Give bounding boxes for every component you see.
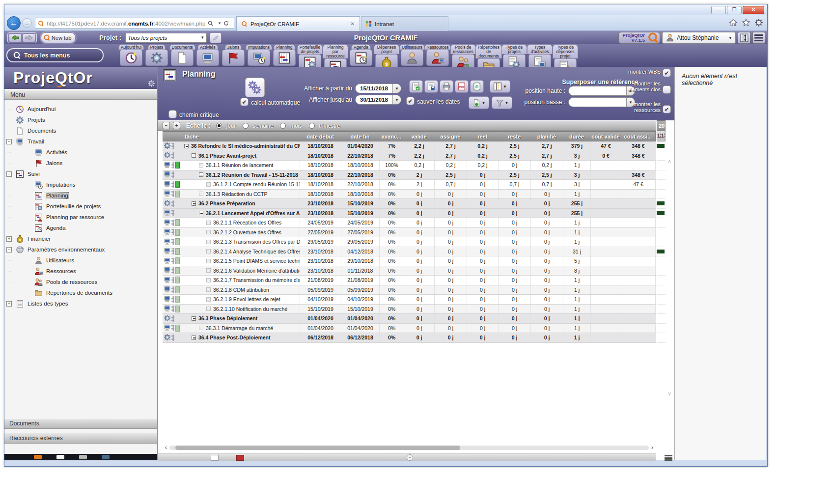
filter-button[interactable]: ▼ — [492, 96, 512, 109]
toolbar-item-button[interactable] — [273, 50, 296, 66]
task-row-36-2-1-8[interactable]: 36.2.1.8 CDM attribution05/09/201905/09/… — [163, 285, 656, 295]
column-header[interactable]: reste — [498, 134, 530, 140]
task-row-36-2-1-3[interactable]: 36.2.1.3 Transmision des Offres par DIAM… — [163, 237, 656, 247]
column-header[interactable]: date fin — [341, 134, 379, 140]
column-header[interactable]: planifié — [530, 134, 563, 140]
sidebar-item-ressources[interactable]: ····Ressources — [4, 266, 157, 277]
app-back-button[interactable] — [9, 33, 22, 42]
row-collapse-toggle[interactable] — [199, 211, 203, 215]
tab-intranet[interactable]: Intranet — [361, 16, 448, 31]
show-closed-checkbox[interactable] — [663, 85, 671, 94]
sidebar-item-listes-des-types[interactable]: +Listes des types — [4, 298, 157, 309]
task-row-36-2-1-5[interactable]: 36.2.1.5 Point DIAMS et service techniqu… — [163, 256, 656, 266]
sidebar-item-jalons[interactable]: ····Jalons — [4, 158, 157, 168]
toolbar-item-button[interactable] — [120, 50, 142, 66]
drag-handle-icon[interactable] — [171, 200, 174, 207]
horizontal-scrollbar[interactable]: ‹ › — [163, 444, 656, 451]
task-row-36-3[interactable]: 36.3 Phase Déploiement01/04/202001/04/20… — [163, 314, 656, 324]
zoom-in-button[interactable]: + — [173, 122, 180, 129]
sidebar-item-suivi[interactable]: −Suivi — [4, 168, 157, 179]
task-row-36-1-2-1[interactable]: 36.1.2.1 Compte-rendu Réunion 15-11-2018… — [163, 180, 656, 190]
drag-handle-icon[interactable] — [171, 258, 174, 264]
drag-handle-icon[interactable] — [171, 171, 174, 178]
toolbar-item-button[interactable] — [171, 50, 194, 66]
critical-path-checkbox[interactable] — [168, 110, 177, 118]
column-header[interactable]: tâche — [163, 134, 300, 140]
task-row-36-2-1-4[interactable]: 36.2.1.4 Analyse Technique des Offres23/… — [163, 247, 656, 257]
search-caret-icon[interactable]: ▼ — [218, 21, 222, 26]
app-forward-button[interactable] — [23, 33, 35, 42]
scrollbar-thumb[interactable] — [175, 446, 460, 450]
footer-icon-gray[interactable] — [79, 455, 87, 459]
task-row-36-1-1[interactable]: 36.1.1 Réunion de lancement18/10/201818/… — [163, 161, 656, 170]
recalculate-button[interactable] — [245, 78, 265, 97]
collapse-toggle[interactable]: − — [6, 139, 12, 144]
collapse-toggle[interactable]: − — [6, 171, 12, 177]
sidebar-item-portefeuille-de-projets[interactable]: ····Portefeuille de projets — [4, 201, 157, 212]
footer-icon-blue[interactable] — [102, 455, 110, 459]
footer-white-icon[interactable] — [211, 455, 219, 461]
user-menu-button[interactable]: Attou Stéphanie ▼ — [662, 32, 736, 44]
sidebar-item-imputations[interactable]: ····Imputations — [4, 179, 157, 190]
sidebar-shortcuts-bar[interactable]: Raccourcis externes — [4, 433, 157, 444]
footer-icon-orange[interactable] — [34, 455, 42, 459]
sidebar-item-planning[interactable]: ····Planning — [4, 190, 157, 201]
drag-handle-icon[interactable] — [171, 267, 174, 274]
task-row-36-3-1[interactable]: 36.3.1 Démarrage du marché01/04/202001/0… — [163, 324, 656, 334]
sidebar-item-utilisateurs[interactable]: ····Utilisateurs — [4, 255, 157, 266]
sidebar-documents-bar[interactable]: Documents — [4, 418, 157, 429]
scale-radio-mois[interactable] — [280, 123, 286, 129]
new-tab-button[interactable]: New tab — [41, 32, 76, 43]
url-text[interactable]: http://l417501pdev17.dev.cramif.cnamts.f… — [47, 21, 207, 27]
row-collapse-toggle[interactable] — [192, 336, 196, 340]
sidebar-item-activit-s[interactable]: ····Activités — [4, 147, 157, 158]
browser-forward-button[interactable]: → — [22, 18, 32, 28]
toolbar-item-button[interactable] — [222, 50, 245, 66]
vertical-scrollbar[interactable]: ∧∨ — [666, 131, 674, 406]
scale-radio-trimestre[interactable] — [309, 123, 315, 129]
row-collapse-toggle[interactable] — [192, 153, 196, 158]
task-row-36-1-2[interactable]: 36.1.2 Réunion de Travail - 15-11-201818… — [163, 170, 656, 180]
task-row-36-2-1-7[interactable]: 36.2.1.7 Transmission du mémoire d'attri… — [163, 276, 656, 285]
to-date-select[interactable]: 30/11/2018▼ — [355, 95, 401, 105]
show-wbs-checkbox[interactable] — [663, 69, 671, 77]
drag-handle-icon[interactable] — [171, 315, 174, 322]
drag-handle-icon[interactable] — [171, 191, 174, 197]
resize-panels-button[interactable] — [738, 32, 750, 44]
drag-handle-icon[interactable] — [171, 143, 174, 149]
chevron-down-icon[interactable]: ▼ — [392, 84, 401, 93]
gantt-bar[interactable] — [657, 201, 665, 205]
row-collapse-toggle[interactable] — [184, 144, 189, 148]
task-row-36-2[interactable]: 36.2 Phase Préparation23/10/201815/10/20… — [163, 199, 656, 209]
collapse-handle[interactable] — [407, 454, 413, 461]
task-row-36-1[interactable]: 36.1 Phase Avant-projet18/10/201822/10/2… — [163, 151, 656, 161]
window-titlebar[interactable]: — ❐ ✕ — [4, 4, 767, 15]
row-collapse-toggle[interactable] — [192, 316, 196, 321]
column-header[interactable]: assigné — [434, 134, 467, 140]
column-header[interactable]: date début — [300, 134, 341, 140]
chevron-down-icon[interactable]: ▼ — [392, 95, 401, 104]
save-list-button[interactable] — [424, 80, 438, 93]
task-row-36-2-1-10[interactable]: 36.2.1.10 Notification du marché15/10/20… — [163, 305, 656, 314]
all-menus-button[interactable]: Tous les menus — [6, 48, 104, 62]
task-row-36-2-1-6[interactable]: 36.2.1.6 Validation Mémoire d'attributio… — [163, 266, 656, 276]
zoom-out-button[interactable]: − — [163, 122, 170, 129]
footer-icon-white[interactable] — [56, 455, 64, 459]
drag-handle-icon[interactable] — [171, 162, 174, 168]
task-row-36[interactable]: 36 Refondre le SI médico-administratif d… — [163, 141, 656, 151]
task-row-36-1-3[interactable]: 36.1.3 Rédaction du CCTP18/10/201818/10/… — [163, 190, 656, 199]
scroll-right-icon[interactable]: › — [649, 444, 656, 451]
grid-menu-icon[interactable] — [665, 455, 672, 461]
scroll-left-icon[interactable]: ‹ — [163, 444, 169, 451]
sidebar-item-agenda[interactable]: ····Agenda — [4, 223, 157, 233]
sidebar-item-documents[interactable]: ····Documents — [4, 125, 157, 136]
home-icon[interactable] — [729, 18, 738, 27]
sidebar-item-param-tres-environnementaux[interactable]: −Paramètres environnementaux — [4, 244, 157, 255]
save-dates-checkbox[interactable] — [406, 97, 415, 105]
sidebar-item-aujourd-hui[interactable]: ····Aujourd'hui — [4, 104, 157, 114]
search-icon[interactable] — [207, 20, 214, 27]
project-select[interactable]: Tous les projets ▼ — [125, 33, 207, 43]
row-collapse-toggle[interactable] — [192, 201, 196, 206]
sidebar-gear-icon[interactable] — [147, 80, 155, 87]
column-header[interactable]: coût validé — [590, 134, 621, 140]
